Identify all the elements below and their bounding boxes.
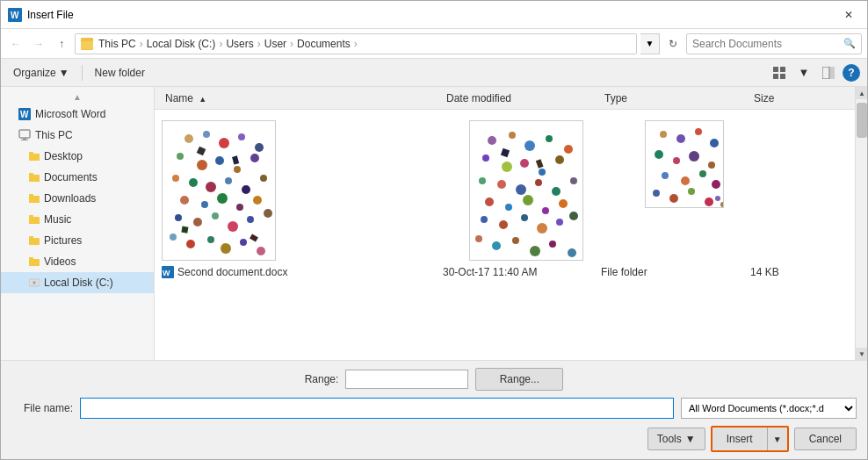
- svg-point-47: [242, 185, 250, 194]
- dialog-title: Insert File: [27, 9, 837, 21]
- col-header-size[interactable]: Size: [750, 92, 821, 104]
- svg-point-78: [520, 159, 529, 168]
- thumbnail-1: [162, 120, 276, 261]
- file-name: Second document.docx: [177, 266, 287, 278]
- insert-button[interactable]: Insert: [712, 428, 768, 450]
- filename-input[interactable]: [80, 398, 674, 419]
- svg-point-48: [260, 175, 267, 182]
- svg-point-115: [662, 172, 669, 179]
- svg-point-71: [488, 136, 496, 145]
- forward-button[interactable]: →: [29, 34, 48, 54]
- svg-rect-11: [830, 67, 835, 79]
- sidebar-item-videos[interactable]: Videos: [1, 251, 154, 272]
- view-toggle-button[interactable]: [769, 62, 790, 83]
- preview-pane-button[interactable]: [818, 62, 839, 83]
- svg-text:W: W: [163, 269, 170, 277]
- thumbnail-row: [155, 113, 855, 262]
- svg-point-37: [255, 143, 264, 152]
- svg-point-41: [234, 166, 241, 173]
- svg-point-58: [247, 216, 254, 223]
- path-users[interactable]: Users: [224, 38, 255, 50]
- file-size: 14 KB: [750, 266, 821, 278]
- path-documents[interactable]: Documents: [295, 38, 352, 50]
- filename-row: File name: All Word Documents (*.docx;*.…: [11, 398, 857, 419]
- organize-label: Organize: [13, 67, 56, 79]
- address-path[interactable]: This PC › Local Disk (C:) › Users › User…: [75, 33, 637, 54]
- up-button[interactable]: ↑: [52, 34, 71, 54]
- scroll-thumb[interactable]: [857, 103, 867, 138]
- tools-dropdown-icon: ▼: [685, 433, 696, 445]
- new-folder-button[interactable]: New folder: [90, 64, 150, 82]
- sidebar: ▲ W Microsoft Word This PC: [1, 87, 155, 360]
- svg-rect-6: [773, 67, 778, 72]
- folder-documents-icon: [29, 172, 40, 183]
- organize-dropdown-icon: ▼: [59, 67, 69, 79]
- svg-point-89: [523, 195, 533, 205]
- range-input[interactable]: [345, 370, 468, 389]
- col-size-label: Size: [754, 92, 774, 104]
- scroll-track: [856, 99, 867, 348]
- svg-point-112: [673, 157, 680, 164]
- scroll-up-arrow[interactable]: ▲: [856, 87, 867, 99]
- view-dropdown-button[interactable]: ▼: [793, 62, 814, 83]
- file-row[interactable]: W Second document.docx 30-Oct-17 11:40 A…: [155, 262, 855, 282]
- svg-point-60: [170, 234, 177, 241]
- sidebar-item-desktop[interactable]: Desktop: [1, 146, 154, 167]
- col-header-date[interactable]: Date modified: [443, 92, 601, 104]
- range-button[interactable]: Range...: [475, 368, 563, 391]
- sidebar-item-this-pc[interactable]: This PC: [1, 125, 154, 146]
- filetype-select[interactable]: All Word Documents (*.docx;*.d: [681, 398, 857, 419]
- sidebar-videos-label: Videos: [44, 255, 76, 268]
- sidebar-item-local-disk[interactable]: Local Disk (C:): [1, 272, 154, 293]
- svg-rect-8: [773, 74, 778, 79]
- search-box[interactable]: 🔍: [686, 33, 862, 54]
- svg-point-90: [542, 207, 549, 214]
- path-user[interactable]: User: [263, 38, 288, 50]
- back-button[interactable]: ←: [6, 34, 25, 54]
- tools-button[interactable]: Tools ▼: [647, 428, 705, 450]
- svg-point-46: [225, 177, 232, 184]
- sidebar-documents-label: Documents: [44, 171, 98, 183]
- pc-icon: [18, 129, 31, 141]
- svg-point-121: [688, 188, 695, 195]
- scroll-down-arrow[interactable]: ▼: [856, 348, 867, 360]
- svg-point-39: [197, 160, 207, 170]
- sidebar-item-word[interactable]: W Microsoft Word: [1, 104, 154, 125]
- path-local-disk[interactable]: Local Disk (C:): [145, 38, 218, 50]
- organize-button[interactable]: Organize ▼: [8, 64, 75, 82]
- path-this-pc[interactable]: This PC: [97, 38, 138, 50]
- sidebar-item-pictures[interactable]: Pictures: [1, 230, 154, 251]
- svg-point-64: [240, 239, 247, 246]
- svg-point-72: [509, 132, 516, 139]
- sidebar-item-downloads[interactable]: Downloads: [1, 188, 154, 209]
- svg-point-102: [549, 241, 556, 248]
- svg-rect-10: [822, 67, 829, 79]
- svg-point-57: [228, 221, 238, 232]
- svg-point-49: [180, 196, 189, 205]
- cancel-button[interactable]: Cancel: [794, 428, 857, 450]
- search-input[interactable]: [692, 38, 843, 50]
- close-button[interactable]: ✕: [837, 6, 860, 24]
- insert-dropdown-button[interactable]: ▼: [768, 428, 787, 450]
- col-header-type[interactable]: Type: [601, 92, 750, 104]
- sort-indicator: ▲: [199, 95, 206, 104]
- toolbar: Organize ▼ New folder ▼: [1, 59, 867, 87]
- sidebar-item-documents[interactable]: Documents: [1, 167, 154, 188]
- svg-point-73: [524, 140, 535, 151]
- refresh-button[interactable]: ↻: [663, 34, 683, 54]
- sidebar-music-label: Music: [44, 213, 71, 226]
- sidebar-item-music[interactable]: Music: [1, 209, 154, 230]
- svg-point-113: [689, 151, 699, 162]
- help-label: ?: [848, 67, 854, 79]
- svg-point-81: [479, 177, 486, 184]
- svg-point-31: [33, 282, 35, 284]
- svg-point-91: [559, 199, 568, 208]
- bottom-area: Range: Range... File name: All Word Docu…: [1, 360, 867, 459]
- path-dropdown-button[interactable]: ▼: [640, 33, 660, 54]
- filename-label: File name:: [11, 402, 73, 414]
- svg-point-34: [203, 131, 210, 138]
- col-header-name[interactable]: Name ▲: [162, 92, 443, 104]
- svg-point-77: [502, 162, 512, 172]
- preview-icon: [822, 67, 835, 79]
- help-button[interactable]: ?: [843, 64, 860, 82]
